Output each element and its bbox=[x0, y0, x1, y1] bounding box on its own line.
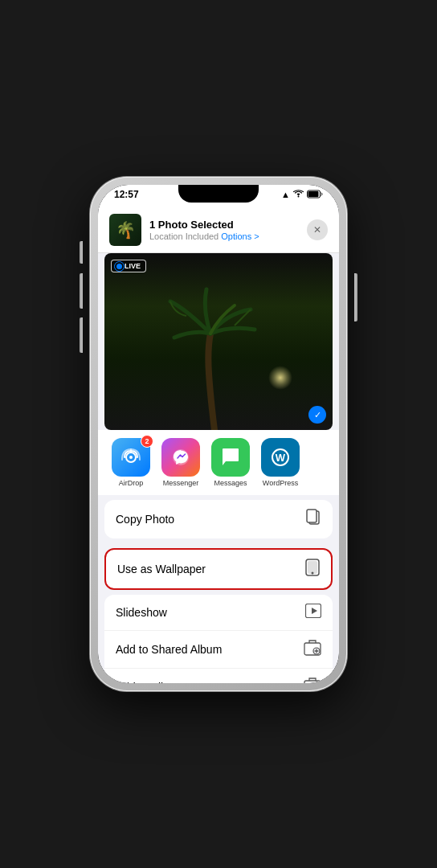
check-badge: ✓ bbox=[308, 406, 326, 424]
palm-tree-illustration bbox=[162, 269, 275, 430]
svg-rect-2 bbox=[308, 191, 319, 197]
add-to-album-label: Add to Album bbox=[116, 681, 182, 683]
share-header: 1 Photo Selected Location Included Optio… bbox=[98, 207, 339, 253]
signal-icon: ▲ bbox=[281, 190, 290, 199]
svg-point-4 bbox=[129, 456, 133, 459]
battery-icon bbox=[307, 190, 323, 200]
app-messenger[interactable]: Messenger bbox=[159, 438, 202, 487]
share-subtitle: Location Included Options > bbox=[149, 231, 299, 241]
more-actions-section: Slideshow Add to Shared Album bbox=[104, 595, 333, 683]
use-as-wallpaper-label: Use as Wallpaper bbox=[117, 563, 206, 575]
svg-text:W: W bbox=[276, 452, 286, 464]
svg-point-0 bbox=[298, 196, 300, 198]
mute-button[interactable] bbox=[80, 241, 83, 264]
slideshow-label: Slideshow bbox=[116, 606, 167, 619]
copy-photo-item[interactable]: Copy Photo bbox=[104, 500, 333, 538]
wallpaper-icon bbox=[305, 559, 320, 579]
add-to-album-item[interactable]: Add to Album + bbox=[104, 669, 333, 683]
volume-down-button[interactable] bbox=[80, 317, 83, 353]
app-airdrop[interactable]: 2 AirDrop bbox=[109, 438, 153, 487]
add-shared-album-item[interactable]: Add to Shared Album bbox=[104, 631, 333, 669]
messages-icon bbox=[211, 438, 250, 477]
live-dot bbox=[116, 264, 122, 269]
add-to-album-icon: + bbox=[304, 678, 321, 683]
status-icons: ▲ bbox=[281, 190, 323, 200]
share-header-text: 1 Photo Selected Location Included Optio… bbox=[149, 219, 299, 241]
slideshow-icon bbox=[305, 604, 321, 621]
airdrop-badge: 2 bbox=[141, 435, 153, 448]
close-button[interactable]: ✕ bbox=[307, 219, 328, 240]
copy-photo-section: Copy Photo bbox=[104, 500, 333, 538]
live-badge: LIVE bbox=[111, 260, 146, 272]
power-button[interactable] bbox=[354, 273, 357, 321]
add-shared-album-label: Add to Shared Album bbox=[116, 643, 222, 656]
airdrop-label: AirDrop bbox=[119, 479, 144, 487]
moon-glow bbox=[268, 366, 292, 390]
wordpress-icon: W bbox=[261, 438, 300, 477]
notch bbox=[178, 185, 259, 203]
wordpress-label: WordPress bbox=[263, 479, 298, 487]
messenger-icon bbox=[161, 438, 200, 477]
use-as-wallpaper-section: Use as Wallpaper bbox=[104, 548, 333, 590]
volume-up-button[interactable] bbox=[80, 273, 83, 309]
svg-rect-9 bbox=[307, 510, 317, 522]
use-as-wallpaper-item[interactable]: Use as Wallpaper bbox=[106, 550, 331, 588]
phone-frame: 12:57 ▲ bbox=[90, 177, 347, 691]
apps-row: 2 AirDrop bbox=[98, 430, 339, 495]
app-messages[interactable]: Messages bbox=[209, 438, 252, 487]
add-shared-album-icon bbox=[304, 640, 321, 659]
photo-thumbnail bbox=[109, 214, 141, 246]
share-title: 1 Photo Selected bbox=[149, 219, 299, 231]
shared-photo: LIVE ✓ bbox=[104, 253, 333, 430]
svg-rect-16 bbox=[304, 681, 321, 683]
status-time: 12:57 bbox=[114, 189, 139, 200]
wifi-icon bbox=[293, 190, 304, 199]
copy-photo-label: Copy Photo bbox=[116, 513, 174, 526]
svg-point-12 bbox=[312, 572, 314, 575]
options-link[interactable]: Options > bbox=[221, 231, 259, 241]
share-sheet: 1 Photo Selected Location Included Optio… bbox=[98, 207, 339, 683]
messages-label: Messages bbox=[214, 479, 247, 487]
messenger-label: Messenger bbox=[163, 479, 199, 487]
copy-photo-icon bbox=[305, 509, 321, 530]
airdrop-icon: 2 bbox=[112, 438, 150, 477]
slideshow-item[interactable]: Slideshow bbox=[104, 595, 333, 631]
app-wordpress[interactable]: W WordPress bbox=[259, 438, 302, 487]
